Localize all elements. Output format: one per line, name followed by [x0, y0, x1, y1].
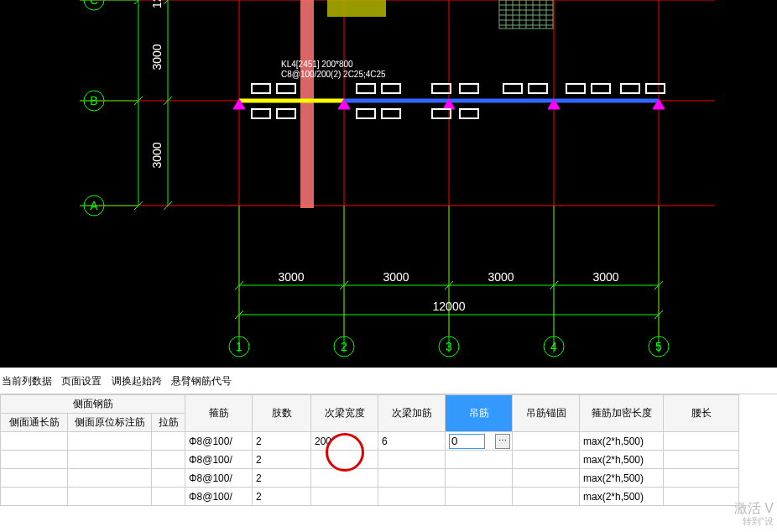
th-waist[interactable]: 腰长: [664, 395, 739, 432]
svg-rect-82: [277, 109, 295, 118]
svg-rect-89: [432, 109, 451, 118]
svg-text:3: 3: [446, 340, 452, 353]
svg-text:C: C: [90, 0, 98, 7]
svg-text:1200: 1200: [150, 0, 164, 8]
svg-text:C8@100/200(2) 2C25;4C25: C8@100/200(2) 2C25;4C25: [281, 70, 386, 79]
svg-rect-92: [529, 84, 547, 93]
svg-rect-57: [300, 0, 314, 208]
cad-canvas[interactable]: 1200 3000 3000 3000 3000 3000 3000 12000…: [0, 0, 777, 368]
svg-text:3000: 3000: [278, 270, 304, 284]
svg-text:5: 5: [655, 340, 662, 353]
svg-text:3000: 3000: [383, 270, 409, 284]
svg-text:KL4[2451] 200*800: KL4[2451] 200*800: [281, 60, 353, 69]
svg-text:3000: 3000: [150, 142, 164, 168]
svg-rect-94: [592, 84, 610, 93]
toolbar-swap-span[interactable]: 调换起始跨: [112, 375, 162, 387]
svg-rect-91: [503, 84, 522, 93]
hanger-input[interactable]: [449, 434, 485, 449]
svg-text:12000: 12000: [433, 300, 466, 313]
th-side-through[interactable]: 侧面通长筋: [1, 414, 68, 432]
svg-rect-86: [382, 109, 400, 118]
th-legs[interactable]: 肢数: [253, 395, 311, 432]
th-anchor[interactable]: 吊筋锚固: [513, 395, 580, 432]
toolbar-current-col[interactable]: 当前列数据: [2, 375, 52, 387]
rebar-table[interactable]: 侧面钢筋 箍筋 肢数 次梁宽度 次梁加筋 吊筋 吊筋锚固 箍筋加密长度 腰长 侧…: [0, 394, 777, 506]
th-add[interactable]: 次梁加筋: [378, 395, 446, 432]
svg-rect-83: [357, 84, 375, 93]
svg-text:2: 2: [341, 340, 347, 353]
svg-rect-80: [277, 84, 295, 93]
th-side-local[interactable]: 侧面原位标注筋: [68, 414, 152, 432]
svg-rect-87: [432, 84, 451, 93]
svg-rect-58: [327, 0, 386, 17]
ellipsis-button[interactable]: ⋯: [495, 434, 510, 449]
th-stirrup[interactable]: 箍筋: [185, 395, 253, 432]
hanger-input-cell[interactable]: ⋯: [446, 432, 513, 451]
svg-text:B: B: [90, 94, 97, 107]
table-row[interactable]: Φ8@100/ 2 200 6 ⋯ max(2*h,500): [1, 432, 739, 451]
svg-text:3000: 3000: [488, 270, 514, 284]
svg-rect-88: [460, 84, 478, 93]
svg-rect-85: [357, 109, 375, 118]
table-row[interactable]: Φ8@100/ 2 max(2*h,500): [1, 451, 739, 469]
svg-rect-96: [646, 84, 665, 93]
toolbar-page-setup[interactable]: 页面设置: [61, 375, 102, 387]
activation-watermark: 激活 V 转到"设: [734, 500, 774, 527]
plan-drawing: 1200 3000 3000 3000 3000 3000 3000 12000…: [0, 0, 777, 368]
table-row[interactable]: Φ8@100/ 2 max(2*h,500): [1, 488, 739, 506]
th-tie[interactable]: 拉筋: [152, 414, 185, 432]
th-dense[interactable]: 箍筋加密长度: [580, 395, 664, 432]
svg-rect-90: [460, 109, 478, 118]
svg-rect-79: [252, 84, 270, 93]
svg-rect-81: [252, 109, 270, 118]
th-width[interactable]: 次梁宽度: [311, 395, 378, 432]
svg-rect-95: [621, 84, 639, 93]
svg-text:3000: 3000: [150, 44, 164, 70]
svg-text:4: 4: [550, 340, 557, 353]
svg-rect-93: [566, 84, 585, 93]
svg-text:A: A: [90, 199, 98, 212]
svg-text:3000: 3000: [592, 270, 618, 284]
svg-rect-84: [382, 84, 400, 93]
panel-toolbar: 当前列数据 页面设置 调换起始跨 悬臂钢筋代号: [0, 368, 777, 394]
svg-text:1: 1: [236, 340, 242, 353]
toolbar-cantilever-code[interactable]: 悬臂钢筋代号: [171, 375, 232, 387]
table-row[interactable]: Φ8@100/ 2 max(2*h,500): [1, 469, 739, 488]
th-group-side: 侧面钢筋: [1, 395, 185, 414]
th-hanger[interactable]: 吊筋: [446, 395, 513, 432]
